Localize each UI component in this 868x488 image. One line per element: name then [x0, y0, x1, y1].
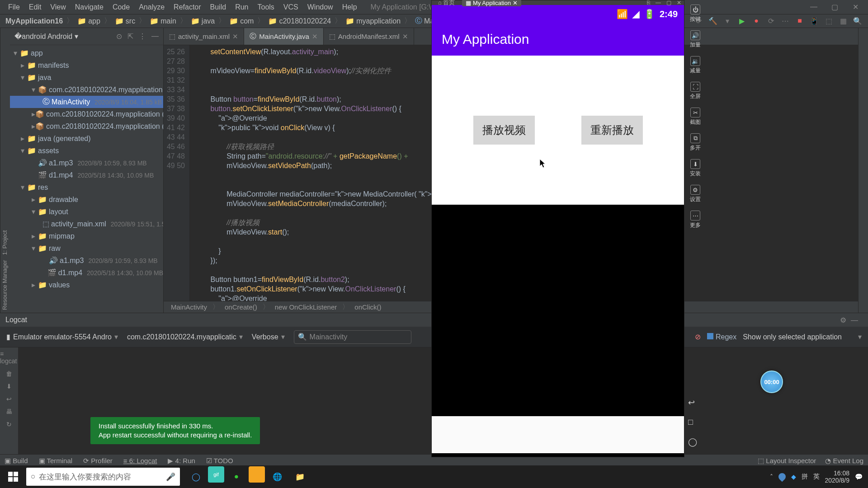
tree-row[interactable]: ⬚activity_main.xml2020/8/9 15:51, 1.58 k…	[10, 218, 163, 230]
emu-ctrl-截图[interactable]: ✂截图	[690, 108, 701, 126]
tree-row[interactable]: ▾📁layout	[10, 206, 163, 218]
regex-checkbox[interactable]	[707, 333, 713, 339]
tree-row[interactable]: ▸📦com.c201801020224.myapplication (test)	[10, 120, 163, 132]
emu-close-icon[interactable]: ✕	[677, 0, 681, 6]
record-bubble[interactable]: 00:00	[760, 371, 783, 393]
tray-clock[interactable]: 16:082020/8/9	[825, 469, 850, 484]
tray-chevron[interactable]: ˄	[770, 473, 773, 480]
emu-ctrl-减量[interactable]: 🔉减量	[690, 56, 701, 75]
search-icon[interactable]: 🔍	[853, 17, 863, 25]
menu-help[interactable]: Help	[338, 3, 362, 11]
menu-tools[interactable]: Tools	[253, 3, 278, 11]
menu-refactor[interactable]: Refactor	[169, 3, 205, 11]
task-edge[interactable]: ◯	[185, 466, 206, 487]
editor-tab[interactable]: ⒸMainActivity.java✕	[244, 28, 324, 45]
breadcrumb-app[interactable]: 📁app	[77, 17, 100, 25]
tray-notifications[interactable]: 💬	[855, 473, 863, 480]
logcat-search[interactable]: 🔍Mainactivity	[294, 330, 411, 344]
trash-icon[interactable]: 🗑	[6, 370, 12, 377]
logcat-min-icon[interactable]: —	[851, 316, 863, 324]
tree-row[interactable]: ▸📁values	[10, 279, 163, 291]
breadcrumb-main[interactable]: 📁main	[150, 17, 176, 25]
logcat-settings-icon[interactable]: ⚙	[840, 316, 851, 324]
crumb-class[interactable]: MainActivity	[171, 303, 207, 311]
emu-max-icon[interactable]: ▢	[666, 0, 671, 6]
emu-min-icon[interactable]: —	[656, 0, 661, 6]
emu-tab-app[interactable]: ▦ My Application ✕	[462, 0, 521, 6]
tw-event-log[interactable]: ◔ Event Log	[825, 457, 863, 465]
emu-tab-home[interactable]: ⌂ 首页	[434, 0, 458, 7]
tw-todo[interactable]: ☑ TODO	[206, 457, 233, 465]
crumb-method[interactable]: onCreate()	[225, 303, 257, 311]
task-chrome[interactable]: 🌐	[267, 466, 288, 487]
collapse-icon[interactable]: ⇱	[127, 32, 133, 41]
menu-file[interactable]: File	[4, 3, 24, 11]
tree-row[interactable]: 🔊a1.mp32020/8/9 10:59, 8.93 MB	[10, 254, 163, 267]
tree-row[interactable]: ⒸMainActivity2020/8/9 16:04, 1.85 kB Mom…	[10, 96, 163, 108]
clear-search-icon[interactable]: ⊘	[695, 333, 701, 341]
tree-row[interactable]: ▸📁java (generated)	[10, 132, 163, 145]
tree-row[interactable]: ▸📁mipmap	[10, 230, 163, 242]
minimize-button[interactable]: —	[805, 3, 823, 11]
tw-layout-inspector[interactable]: ⬚ Layout Inspector	[758, 457, 816, 465]
right-tool-strip[interactable]	[858, 28, 868, 313]
avd-icon[interactable]: 📱	[809, 17, 819, 25]
tree-row[interactable]: ▾📁res	[10, 181, 163, 193]
tw-build[interactable]: ▣ Build	[5, 457, 28, 465]
nav-home-icon[interactable]: ◯	[688, 437, 697, 447]
play-video-button[interactable]: 播放视频	[473, 116, 535, 145]
tw-profiler[interactable]: ⟳ Profiler	[83, 457, 113, 465]
tree-row[interactable]: 🎬d1.mp42020/5/18 14:30, 10.09 MB	[10, 169, 163, 181]
emu-ctrl-按键[interactable]: ⏻按键	[690, 5, 701, 23]
level-selector[interactable]: Verbose▾	[252, 333, 285, 341]
hide-icon[interactable]: —	[151, 32, 159, 41]
editor-tab[interactable]: ⬚activity_main.xml✕	[164, 28, 244, 45]
replay-button[interactable]: 重新播放	[581, 116, 643, 145]
task-gif[interactable]: gif	[208, 466, 224, 483]
make-icon[interactable]: 🔨	[708, 17, 718, 25]
tree-row[interactable]: ▾📁java	[10, 71, 163, 84]
breadcrumb-app2[interactable]: 📁myapplication	[345, 17, 401, 25]
left-tool-strip[interactable]: Resource Manager 1: Project	[0, 28, 10, 313]
debug-icon[interactable]: ●	[751, 17, 761, 25]
task-wechat[interactable]: ●	[226, 466, 247, 487]
tw-logcat[interactable]: ≡ 6: Logcat	[123, 457, 157, 465]
breadcrumb-root[interactable]: MyApplication16	[5, 17, 63, 25]
tree-row[interactable]: ▾📦com.c201801020224.myapplication	[10, 84, 163, 96]
emu-bookmark-icon[interactable]: ⎘	[647, 0, 650, 6]
menu-window[interactable]: Window	[303, 3, 338, 11]
nav-recent-icon[interactable]: □	[688, 418, 697, 427]
profile-icon[interactable]: ⟳	[766, 17, 776, 25]
menu-edit[interactable]: Edit	[24, 3, 46, 11]
tree-row[interactable]: ▸📁drawable	[10, 193, 163, 206]
emu-ctrl-安装[interactable]: ⬇安装	[690, 159, 701, 178]
tree-row[interactable]: ▾📁raw	[10, 242, 163, 254]
tree-row[interactable]: ▾📁app	[10, 47, 163, 59]
process-selector[interactable]: com.c201801020224.myapplicatic▾	[127, 333, 243, 341]
emu-ctrl-全屏[interactable]: ⛶全屏	[690, 82, 701, 100]
taskbar-search[interactable]: ○ 在这里输入你要搜索的内容 🎤	[26, 468, 180, 486]
breadcrumb-pkg[interactable]: 📁c201801020224	[268, 17, 331, 25]
maximize-button[interactable]: ▢	[826, 3, 844, 11]
menu-build[interactable]: Build	[206, 3, 231, 11]
tree-row[interactable]: ▾📁assets	[10, 145, 163, 157]
run-config-icon[interactable]: ▾	[722, 17, 732, 25]
task-explorer[interactable]: 📁	[289, 466, 310, 487]
menu-code[interactable]: Code	[108, 3, 134, 11]
restart-icon[interactable]: ↻	[6, 421, 12, 428]
tree-row[interactable]: ▸📁manifests	[10, 59, 163, 71]
tree-row[interactable]: 🔊a1.mp32020/8/9 10:59, 8.93 MB	[10, 157, 163, 169]
target-icon[interactable]: ⊙	[116, 32, 122, 41]
code-body[interactable]: setContentView(R.layout.activity_main); …	[190, 45, 459, 301]
tray-ime2[interactable]: 英	[813, 473, 820, 481]
crumb-onclick[interactable]: onClick()	[354, 303, 381, 311]
tw-terminal[interactable]: ▣ Terminal	[39, 457, 73, 465]
print-icon[interactable]: 🖶	[6, 408, 12, 415]
task-app[interactable]	[249, 466, 265, 483]
emu-ctrl-加量[interactable]: 🔊加量	[690, 30, 701, 49]
logcat-tabs-icon[interactable]: ≡ logcat	[0, 350, 18, 365]
nav-back-icon[interactable]: ↩	[688, 398, 697, 408]
project-tree[interactable]: ▾📁app▸📁manifests▾📁java▾📦com.c20180102022…	[10, 45, 163, 313]
breadcrumb-src[interactable]: 📁src	[115, 17, 135, 25]
menu-view[interactable]: View	[46, 3, 70, 11]
